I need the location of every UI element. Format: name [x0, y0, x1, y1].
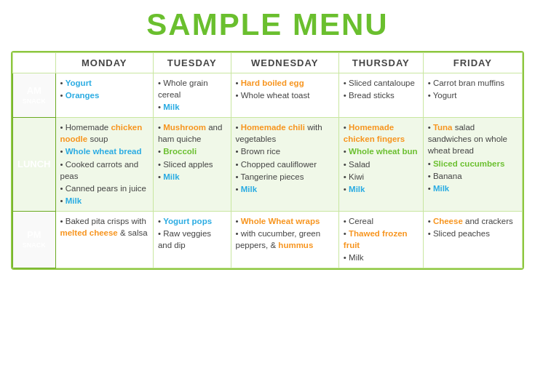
table-cell: Homemade chili with vegetablesBrown rice…: [231, 118, 338, 212]
table-row: PMSNACKBaked pita crisps with melted che…: [13, 211, 523, 268]
header-wednesday: WEDNESDAY: [231, 53, 338, 73]
menu-table-wrapper: MONDAY TUESDAY WEDNESDAY THURSDAY FRIDAY…: [11, 51, 524, 270]
table-row: LUNCHHomemade chicken noodle soupWhole w…: [13, 118, 523, 212]
table-cell: Mushroom and ham quicheBroccoliSliced ap…: [153, 118, 231, 212]
row-label: LUNCH: [13, 118, 56, 212]
table-cell: Baked pita crisps with melted cheese & s…: [55, 211, 153, 268]
table-cell: Tuna salad sandwiches on whole wheat bre…: [423, 118, 522, 212]
table-cell: YogurtOranges: [55, 73, 153, 118]
table-cell: Sliced cantaloupeBread sticks: [338, 73, 423, 118]
table-cell: Yogurt popsRaw veggies and dip: [153, 211, 231, 268]
table-cell: Homemade chicken fingersWhole wheat bunS…: [338, 118, 423, 212]
table-cell: Cheese and crackersSliced peaches: [423, 211, 522, 268]
header-friday: FRIDAY: [423, 53, 522, 73]
table-header-row: MONDAY TUESDAY WEDNESDAY THURSDAY FRIDAY: [13, 53, 523, 73]
table-cell: Whole Wheat wrapswith cucumber, green pe…: [231, 211, 338, 268]
table-cell: CerealThawed frozen fruitMilk: [338, 211, 423, 268]
header-monday: MONDAY: [55, 53, 153, 73]
row-label: PMSNACK: [13, 211, 56, 268]
table-cell: Hard boiled eggWhole wheat toast: [231, 73, 338, 118]
table-cell: Homemade chicken noodle soupWhole wheat …: [55, 118, 153, 212]
header-tuesday: TUESDAY: [153, 53, 231, 73]
menu-table: MONDAY TUESDAY WEDNESDAY THURSDAY FRIDAY…: [12, 52, 523, 268]
table-cell: Whole grain cerealMilk: [153, 73, 231, 118]
page-title: SAMPLE MENU: [146, 7, 388, 42]
header-thursday: THURSDAY: [338, 53, 423, 73]
header-label-col: [13, 53, 56, 73]
table-cell: Carrot bran muffinsYogurt: [423, 73, 522, 118]
row-label: AMSNACK: [13, 73, 56, 118]
table-row: AMSNACKYogurtOrangesWhole grain cerealMi…: [13, 73, 523, 118]
